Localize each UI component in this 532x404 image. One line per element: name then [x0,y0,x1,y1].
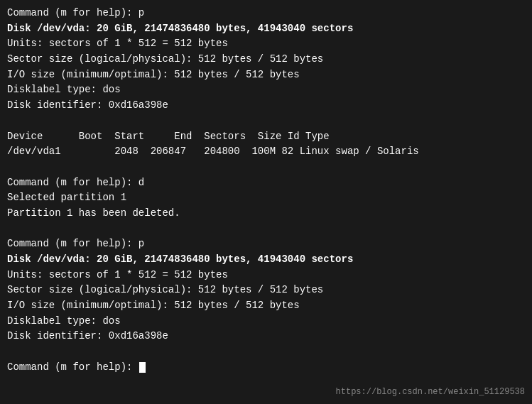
terminal-line: I/O size (minimum/optimal): 512 bytes / … [7,298,525,314]
terminal-line [7,222,525,237]
terminal-line: Command (m for help): p [7,6,525,21]
terminal-line: Partition 1 has been deleted. [7,206,525,222]
terminal-line: Disk /dev/vda: 20 GiB, 21474836480 bytes… [7,21,525,37]
terminal-line: Sector size (logical/physical): 512 byte… [7,283,525,298]
terminal-line: Disklabel type: dos [7,82,525,98]
terminal-line: Units: sectors of 1 * 512 = 512 bytes [7,268,525,283]
terminal-line: Command (m for help): p [7,236,525,252]
terminal-line: /dev/vda1 2048 206847 204800 100M 82 Lin… [7,144,525,160]
terminal-line [7,160,525,175]
terminal-line: Disklabel type: dos [7,314,525,329]
terminal-line: Units: sectors of 1 * 512 = 512 bytes [7,36,525,52]
terminal-output: Command (m for help): pDisk /dev/vda: 20… [7,6,525,376]
terminal-line: Disk /dev/vda: 20 GiB, 21474836480 bytes… [7,252,525,268]
terminal-line [7,344,525,360]
terminal-line: Selected partition 1 [7,190,525,206]
terminal-window: Command (m for help): pDisk /dev/vda: 20… [0,0,532,404]
terminal-line: Command (m for help): [7,360,525,376]
terminal-line: Sector size (logical/physical): 512 byte… [7,52,525,67]
terminal-line: Disk identifier: 0xd16a398e [7,98,525,114]
terminal-line: I/O size (minimum/optimal): 512 bytes / … [7,67,525,83]
terminal-line: Command (m for help): d [7,175,525,191]
terminal-line: Disk identifier: 0xd16a398e [7,329,525,344]
terminal-cursor [139,362,146,373]
terminal-line [7,114,525,129]
watermark: https://blog.csdn.net/weixin_51129538 [336,387,525,397]
terminal-line: Device Boot Start End Sectors Size Id Ty… [7,129,525,145]
